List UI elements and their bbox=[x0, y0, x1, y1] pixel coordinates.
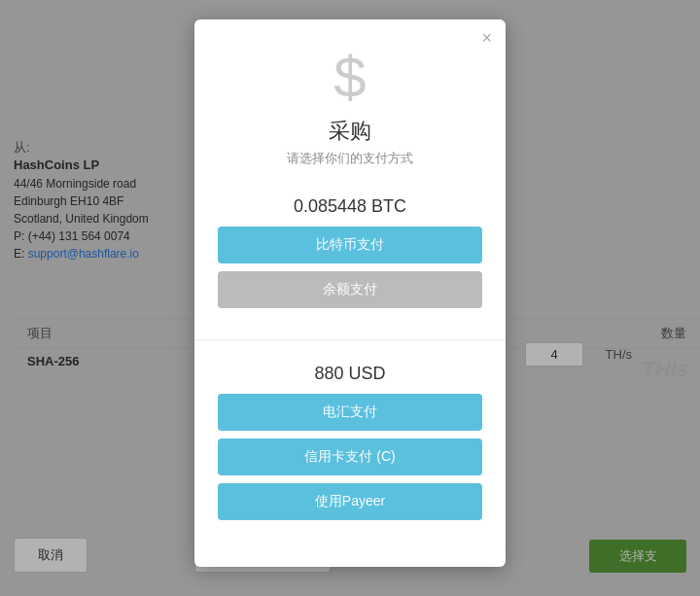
btc-section: 0.085448 BTC 比特币支付 余额支付 bbox=[194, 187, 506, 326]
payeer-payment-button[interactable]: 使用Payeer bbox=[218, 483, 482, 520]
modal-divider bbox=[194, 339, 506, 340]
modal-title: 采购 bbox=[194, 117, 506, 146]
payment-modal: × $ 采购 请选择你们的支付方式 0.085448 BTC 比特币支付 余额支… bbox=[194, 19, 506, 567]
bitcoin-payment-button[interactable]: 比特币支付 bbox=[218, 227, 482, 263]
modal-subtitle: 请选择你们的支付方式 bbox=[194, 150, 506, 167]
usd-section: 880 USD 电汇支付 信用卡支付 (C) 使用Payeer bbox=[194, 354, 506, 538]
card-payment-button[interactable]: 信用卡支付 (C) bbox=[218, 438, 482, 475]
balance-payment-button[interactable]: 余额支付 bbox=[218, 271, 482, 308]
btc-amount: 0.085448 BTC bbox=[218, 196, 482, 217]
modal-close-button[interactable]: × bbox=[481, 29, 492, 47]
usd-amount: 880 USD bbox=[218, 364, 482, 384]
wire-payment-button[interactable]: 电汇支付 bbox=[218, 394, 482, 431]
dollar-icon: $ bbox=[194, 19, 506, 117]
